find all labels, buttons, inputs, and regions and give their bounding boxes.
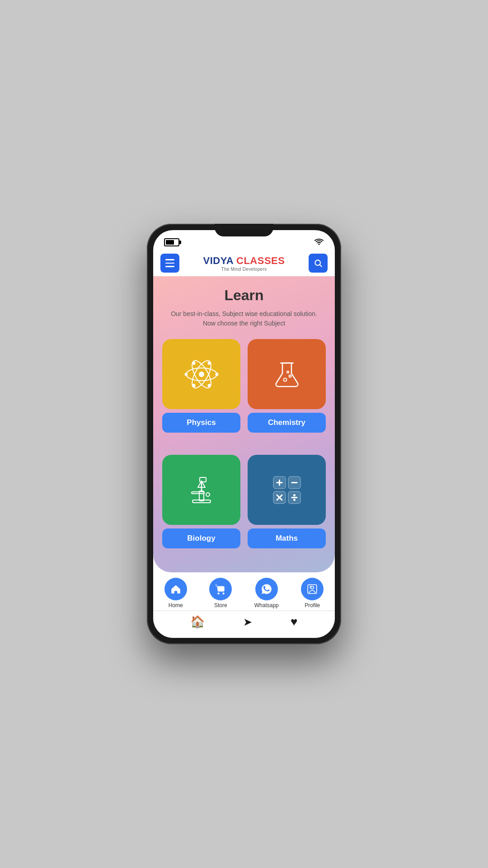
phone-screen: VIDYA CLASSES The Mind Developers Learn … <box>153 230 335 638</box>
logo-classes: CLASSES <box>236 255 285 266</box>
svg-point-16 <box>287 371 289 373</box>
search-icon <box>314 259 323 268</box>
svg-point-38 <box>311 586 314 590</box>
physics-label: Physics <box>162 413 240 433</box>
battery-icon <box>164 238 179 246</box>
biology-label: Biology <box>162 528 240 548</box>
navigate-bottom-icon[interactable]: ➤ <box>243 616 252 628</box>
wifi-icon <box>314 239 324 246</box>
biology-icon <box>183 472 220 508</box>
home-bottom-icon[interactable]: 🏠 <box>190 615 205 629</box>
svg-point-11 <box>207 383 211 387</box>
svg-rect-36 <box>218 590 222 591</box>
home-nav-circle <box>164 578 187 600</box>
store-nav-label: Store <box>214 602 227 609</box>
svg-point-7 <box>215 373 218 376</box>
svg-rect-20 <box>192 492 204 494</box>
biology-icon-box <box>162 455 240 525</box>
svg-rect-19 <box>200 477 206 482</box>
nav-item-store[interactable]: Store <box>209 578 232 609</box>
maths-icon-box <box>248 455 326 525</box>
header: VIDYA CLASSES The Mind Developers <box>153 250 335 276</box>
svg-rect-34 <box>218 586 224 587</box>
svg-point-1 <box>315 260 320 265</box>
svg-point-14 <box>283 378 286 381</box>
svg-rect-35 <box>218 588 223 589</box>
nav-item-home[interactable]: Home <box>164 578 187 609</box>
subject-card-physics[interactable]: Physics <box>162 339 240 448</box>
heart-bottom-icon[interactable]: ♥ <box>291 615 297 629</box>
svg-line-2 <box>320 265 322 267</box>
logo-subtitle: The Mind Developers <box>221 267 267 272</box>
main-content: Learn Our best-in-class, Subject wise ed… <box>153 276 335 638</box>
learn-subtitle: Our best-in-class, Subject wise educatio… <box>162 309 326 328</box>
bottom-bar: 🏠 ➤ ♥ <box>153 611 335 636</box>
learn-section: Learn Our best-in-class, Subject wise ed… <box>153 276 335 572</box>
chemistry-icon-box <box>248 339 326 409</box>
search-button[interactable] <box>309 254 328 273</box>
subject-card-biology[interactable]: Biology <box>162 455 240 563</box>
nav-item-whatsapp[interactable]: Whatsapp <box>254 578 279 609</box>
svg-rect-18 <box>199 491 204 501</box>
learn-title: Learn <box>162 287 326 304</box>
logo-vidya: VIDYA <box>203 255 234 266</box>
physics-icon <box>183 356 220 392</box>
logo: VIDYA CLASSES The Mind Developers <box>203 255 285 272</box>
nav-item-profile[interactable]: Profile <box>301 578 324 609</box>
maths-label: Maths <box>248 528 326 548</box>
svg-point-33 <box>293 499 296 501</box>
chemistry-icon <box>269 356 305 392</box>
svg-point-12 <box>192 362 195 365</box>
home-nav-icon <box>170 583 182 595</box>
menu-line-2 <box>165 263 174 264</box>
svg-point-9 <box>207 362 211 365</box>
phone-frame: VIDYA CLASSES The Mind Developers Learn … <box>147 224 341 644</box>
menu-button[interactable] <box>160 254 179 273</box>
nav-items: Home Store <box>153 576 335 610</box>
logo-text: VIDYA CLASSES <box>203 255 285 267</box>
chemistry-label: Chemistry <box>248 413 326 433</box>
svg-point-21 <box>206 493 210 496</box>
notch <box>215 224 273 236</box>
profile-nav-icon <box>306 583 318 595</box>
maths-icon <box>269 472 305 508</box>
svg-point-8 <box>184 373 188 376</box>
svg-point-6 <box>199 372 204 377</box>
profile-nav-label: Profile <box>305 602 320 609</box>
whatsapp-nav-label: Whatsapp <box>254 602 279 609</box>
profile-nav-circle <box>301 578 324 600</box>
physics-icon-box <box>162 339 240 409</box>
subject-card-chemistry[interactable]: Chemistry <box>248 339 326 448</box>
menu-line-1 <box>165 259 174 260</box>
svg-point-0 <box>319 244 320 245</box>
store-nav-circle <box>209 578 232 600</box>
subject-card-maths[interactable]: Maths <box>248 455 326 563</box>
menu-line-3 <box>165 266 174 267</box>
home-nav-label: Home <box>169 602 183 609</box>
svg-point-10 <box>192 383 195 387</box>
svg-point-15 <box>289 375 291 377</box>
whatsapp-nav-circle <box>255 578 278 600</box>
subjects-grid: Physics <box>162 339 326 563</box>
bottom-nav: Home Store <box>153 572 335 638</box>
whatsapp-nav-icon <box>261 583 272 595</box>
svg-point-31 <box>293 494 296 496</box>
store-nav-icon <box>215 583 226 595</box>
